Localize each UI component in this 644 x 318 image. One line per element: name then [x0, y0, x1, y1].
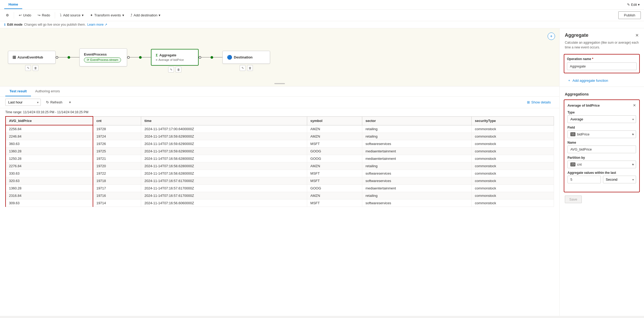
- table-row: 360.63197262024-11-14T07:16:59.6290000ZM…: [6, 140, 554, 148]
- table-row: 2316.84197162024-11-14T07:16:57.6170000Z…: [6, 192, 554, 199]
- test-toolbar: Last hour Last 30 minutes Last 3 hours L…: [0, 97, 559, 108]
- event-process-node[interactable]: EventProcess ⟳ EventProcess-stream: [79, 48, 127, 66]
- table-cell: AMZN: [307, 162, 362, 170]
- window-number-input[interactable]: [567, 176, 601, 183]
- table-cell: AMZN: [307, 125, 362, 133]
- table-cell: 2276.84: [6, 162, 93, 170]
- add-destination-button[interactable]: ⤴ Add destination ▾: [128, 12, 163, 19]
- name-label: Name: [567, 141, 636, 144]
- pipeline-nodes-row: ⊞ AzureEventHub ✎ 🗑: [8, 48, 270, 66]
- time-select[interactable]: Last hour Last 30 minutes Last 3 hours L…: [5, 99, 41, 106]
- separator-2: [55, 12, 55, 19]
- edit-node-button[interactable]: ✎: [25, 65, 31, 71]
- expand-button[interactable]: ▾: [68, 99, 72, 106]
- aggregate-node[interactable]: Σ Aggregate ≡ Average of bidPrice ✎ 🗑: [151, 49, 199, 66]
- show-details-button[interactable]: ⊞ Show details: [524, 99, 554, 106]
- publish-button[interactable]: Publish: [618, 11, 641, 19]
- table-row: 330.63197222024-11-14T07:16:58.6280000ZM…: [6, 170, 554, 177]
- redo-button[interactable]: ↪ Redo: [35, 12, 53, 19]
- delete-node-button[interactable]: 🗑: [33, 65, 38, 71]
- table-cell: GOOG: [307, 155, 362, 162]
- table-row: 2256.84197282024-11-14T07:17:00.6400000Z…: [6, 125, 554, 133]
- table-cell: softwareservices: [362, 140, 472, 148]
- destination-node[interactable]: 🔵 Destination ✎ 🗑: [222, 51, 270, 64]
- add-node-button[interactable]: +: [548, 33, 555, 40]
- node-azure-event-hub[interactable]: ⊞ AzureEventHub ✎ 🗑: [8, 51, 56, 64]
- table-cell: 2316.84: [6, 192, 93, 199]
- agg-card-close-button[interactable]: ✕: [633, 103, 636, 107]
- table-row: 320.63197182024-11-14T07:16:57.6170000ZM…: [6, 177, 554, 185]
- partition-select[interactable]: 23 cnt ▾: [567, 161, 636, 168]
- node-aggregate[interactable]: Σ Aggregate ≡ Average of bidPrice ✎ 🗑: [151, 49, 199, 66]
- tab-home[interactable]: Home: [4, 0, 22, 9]
- table-header-row: AVG_bidPrice cnt time symbol sector secu…: [6, 116, 554, 125]
- avg-icon: ≡: [156, 58, 157, 61]
- table-cell: AMZN: [307, 133, 362, 140]
- partition-type-icon: 23: [570, 162, 575, 166]
- table-cell: mediaentertainment: [362, 148, 472, 155]
- table-cell: 330.63: [6, 170, 93, 177]
- data-table-container: AVG_bidPrice cnt time symbol sector secu…: [0, 116, 559, 207]
- tab-authoring-errors[interactable]: Authoring errors: [31, 87, 64, 96]
- agg-card-header: Average of bidPrice ✕: [567, 103, 636, 107]
- main-content: ⊞ AzureEventHub ✎ 🗑: [0, 28, 644, 316]
- destination-icon: 🔵: [227, 55, 232, 60]
- col-header-symbol: symbol: [307, 116, 362, 125]
- transform-events-button[interactable]: ✦ Transform events ▾: [87, 12, 127, 19]
- type-select-wrapper: Average Sum Count Min Max: [567, 115, 636, 123]
- save-button[interactable]: Save: [565, 196, 582, 203]
- transform-icon: ✦: [90, 13, 93, 17]
- settings-icon: ⚙: [6, 13, 9, 17]
- undo-button[interactable]: ↩ Undo: [16, 12, 34, 19]
- table-cell: MSFT: [307, 140, 362, 148]
- arrow-3: [199, 56, 222, 59]
- refresh-button[interactable]: ↻ Refresh: [43, 99, 66, 106]
- table-cell: MSFT: [307, 170, 362, 177]
- field-select[interactable]: 11 bidPrice ▾: [567, 130, 636, 138]
- table-cell: 309.63: [6, 199, 93, 207]
- table-cell: retailing: [362, 192, 472, 199]
- table-cell: 2024-11-14T07:16:57.6170000Z: [141, 185, 307, 192]
- table-cell: mediaentertainment: [362, 155, 472, 162]
- tab-test-result[interactable]: Test result: [5, 87, 31, 96]
- learn-more-link[interactable]: Learn more ↗: [87, 23, 107, 26]
- table-cell: 2024-11-14T07:16:57.6170000Z: [141, 177, 307, 185]
- window-unit-select[interactable]: Second Minute Hour: [603, 176, 636, 183]
- table-cell: 1360.28: [6, 185, 93, 192]
- settings-button[interactable]: ⚙: [3, 12, 12, 19]
- table-cell: 2024-11-14T07:16:59.6290000Z: [141, 140, 307, 148]
- delete-aggregate-button[interactable]: 🗑: [176, 67, 181, 72]
- table-cell: 2024-11-14T07:16:57.6170000Z: [141, 192, 307, 199]
- add-function-container: ＋ Add aggregate function: [560, 74, 644, 87]
- table-cell: 360.63: [6, 140, 93, 148]
- add-source-button[interactable]: ⤵ Add source ▾: [57, 12, 86, 19]
- azure-eventhub-node[interactable]: ⊞ AzureEventHub ✎ 🗑: [8, 51, 56, 64]
- panel-close-button[interactable]: ✕: [635, 33, 639, 38]
- top-tab-bar: Home ✎ Edit ▾: [0, 0, 644, 10]
- name-input[interactable]: [567, 146, 636, 153]
- node-event-process[interactable]: EventProcess ⟳ EventProcess-stream: [79, 48, 127, 66]
- redo-icon: ↪: [38, 13, 41, 17]
- arrow-2: [127, 56, 151, 59]
- partition-label: Partition by: [567, 156, 636, 160]
- table-row: 2246.84197242024-11-14T07:16:59.6290000Z…: [6, 133, 554, 140]
- plus-icon: ＋: [567, 78, 571, 83]
- edit-aggregate-button[interactable]: ✎: [168, 67, 174, 72]
- add-destination-chevron-icon: ▾: [159, 13, 160, 17]
- type-select[interactable]: Average Sum Count Min Max: [567, 115, 636, 123]
- delete-destination-button[interactable]: 🗑: [247, 65, 253, 71]
- field-chevron-icon: ▾: [632, 133, 634, 136]
- node-destination[interactable]: 🔵 Destination ✎ 🗑: [222, 51, 270, 64]
- type-label: Type: [567, 111, 636, 114]
- table-cell: softwareservices: [362, 177, 472, 185]
- operation-name-input[interactable]: [567, 62, 637, 70]
- field-field-group: Field 11 bidPrice ▾: [567, 126, 636, 138]
- table-cell: retailing: [362, 133, 472, 140]
- table-cell: commonstock: [472, 125, 554, 133]
- edit-destination-button[interactable]: ✎: [240, 65, 245, 71]
- table-cell: 2246.84: [6, 133, 93, 140]
- destination-title: 🔵 Destination: [227, 55, 266, 60]
- edit-button[interactable]: ✎ Edit ▾: [627, 3, 640, 7]
- dot-green-3: [211, 56, 213, 59]
- add-function-button[interactable]: ＋ Add aggregate function: [565, 76, 639, 84]
